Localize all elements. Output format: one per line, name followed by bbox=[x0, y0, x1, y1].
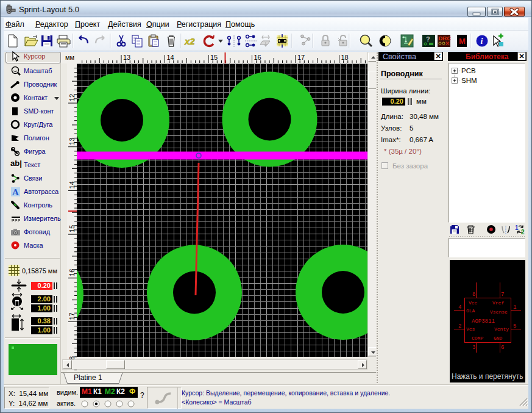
svg-text:i: i bbox=[481, 37, 483, 46]
svg-text:AOP3811: AOP3811 bbox=[472, 318, 495, 325]
svg-text:18: 18 bbox=[341, 54, 349, 61]
svg-text:2: 2 bbox=[521, 229, 525, 235]
svg-text:13: 13 bbox=[68, 137, 76, 145]
svg-text:4: 4 bbox=[458, 304, 461, 311]
svg-text:Vcc: Vcc bbox=[469, 300, 478, 306]
svg-text:М: М bbox=[459, 37, 466, 46]
svg-text:1: 1 bbox=[513, 304, 516, 311]
svg-text:Vcnty: Vcnty bbox=[494, 326, 509, 332]
svg-text:16: 16 bbox=[68, 269, 76, 276]
svg-text:Vcs: Vcs bbox=[466, 326, 475, 332]
svg-text:Vref: Vref bbox=[492, 300, 504, 306]
svg-text:15: 15 bbox=[68, 225, 76, 232]
svg-text:8: 8 bbox=[472, 292, 475, 298]
svg-text:GND: GND bbox=[494, 336, 503, 341]
svg-text:5: 5 bbox=[513, 323, 516, 329]
svg-text:x2: x2 bbox=[184, 36, 195, 46]
svg-text:A: A bbox=[12, 187, 19, 197]
svg-text:12: 12 bbox=[68, 94, 76, 101]
svg-text:1: 1 bbox=[515, 224, 519, 231]
svg-text:COMP: COMP bbox=[472, 336, 483, 341]
svg-text:6: 6 bbox=[501, 345, 504, 351]
svg-text:13: 13 bbox=[123, 54, 130, 61]
svg-text:3: 3 bbox=[472, 345, 475, 351]
svg-text:2: 2 bbox=[458, 323, 461, 329]
svg-text:DRC: DRC bbox=[439, 35, 452, 41]
svg-text:?: ? bbox=[426, 35, 430, 43]
svg-text:OLA: OLA bbox=[466, 308, 475, 314]
svg-text:SHM: SHM bbox=[461, 77, 477, 84]
svg-text:17: 17 bbox=[68, 312, 76, 320]
svg-text:17: 17 bbox=[297, 54, 305, 61]
svg-text:PCB: PCB bbox=[461, 67, 476, 74]
svg-text:Vsense: Vsense bbox=[490, 309, 508, 315]
svg-text:7: 7 bbox=[501, 292, 504, 298]
svg-text:16: 16 bbox=[254, 54, 261, 61]
svg-text:14: 14 bbox=[167, 54, 174, 61]
svg-text:14: 14 bbox=[68, 181, 76, 189]
svg-text:15: 15 bbox=[210, 54, 218, 61]
